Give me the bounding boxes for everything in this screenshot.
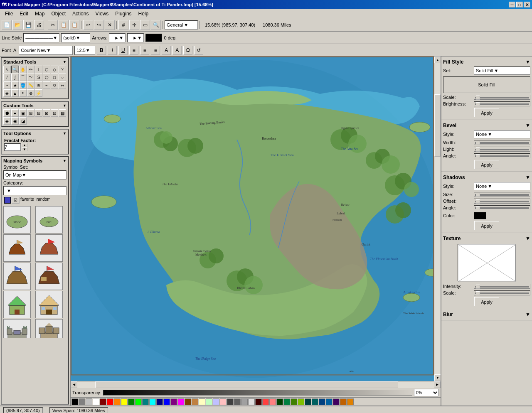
map-container[interactable]: The Sakling Banks Borondrea The Henset S… xyxy=(71,57,441,381)
color-darkgreen[interactable] xyxy=(276,398,283,405)
maximize-button[interactable]: □ xyxy=(516,2,523,7)
undo-button[interactable]: ↩ xyxy=(83,20,93,30)
tool-fill[interactable]: 🪣 xyxy=(19,81,27,89)
color-pink[interactable] xyxy=(269,398,276,405)
fill-apply-button[interactable]: Apply xyxy=(474,108,499,117)
color-midteal[interactable] xyxy=(312,398,318,405)
shadows-arrow[interactable]: ▼ xyxy=(525,175,530,180)
open-button[interactable]: 📂 xyxy=(12,20,22,30)
shadows-style-dropdown[interactable]: None ▼ xyxy=(474,182,530,190)
color-darkgray1[interactable] xyxy=(227,398,234,405)
symbol-set-dropdown[interactable]: On Map ▼ xyxy=(3,170,66,179)
transparency-slider[interactable] xyxy=(103,390,412,396)
menu-views[interactable]: Views xyxy=(92,10,112,17)
close-button[interactable]: ✕ xyxy=(524,2,530,7)
color-darkteal[interactable] xyxy=(305,398,311,405)
text-style-button1[interactable]: A xyxy=(162,46,171,55)
tool-help[interactable]: ? xyxy=(59,66,66,73)
symbol-house2[interactable] xyxy=(35,291,63,318)
color-magenta[interactable] xyxy=(177,398,184,405)
shadows-apply-button[interactable]: Apply xyxy=(474,221,499,230)
vscroll-track[interactable] xyxy=(434,63,441,374)
custom-tool-10[interactable]: ◉ xyxy=(11,117,19,125)
tool-rect[interactable]: □ xyxy=(51,74,58,81)
texture-arrow[interactable]: ▼ xyxy=(525,236,530,241)
text-reset-button[interactable]: ↺ xyxy=(194,46,203,55)
mapping-symbols-collapse[interactable]: ▼ xyxy=(63,159,66,163)
fractal-down[interactable]: ▼ xyxy=(22,147,27,151)
tool-line[interactable]: / xyxy=(3,74,11,81)
custom-tool-1[interactable]: ⬟ xyxy=(3,109,11,117)
standard-tools-collapse[interactable]: ▼ xyxy=(63,60,66,64)
tool-node2[interactable]: ◇ xyxy=(51,66,58,73)
redo-button[interactable]: ↪ xyxy=(94,20,104,30)
hscroll-thumb[interactable] xyxy=(95,381,398,388)
color-red[interactable] xyxy=(107,398,113,405)
texture-scale-thumb[interactable] xyxy=(476,291,480,295)
fill-brightness-thumb[interactable] xyxy=(476,102,480,106)
menu-plugins[interactable]: Plugins xyxy=(112,10,135,17)
cut-button[interactable]: ✂ xyxy=(48,20,58,30)
menu-object[interactable]: Object xyxy=(48,10,69,17)
tool-magnify[interactable]: 🔍 xyxy=(11,66,19,73)
custom-tool-3[interactable]: ▣ xyxy=(19,109,27,117)
color-yellow[interactable] xyxy=(121,398,128,405)
tool-curve[interactable]: ∫ xyxy=(11,74,19,81)
text-style-button2[interactable]: A xyxy=(172,46,182,55)
symbol-castle2[interactable] xyxy=(35,319,63,338)
color-olive[interactable] xyxy=(291,398,297,405)
new-button[interactable]: 📄 xyxy=(2,20,12,30)
map-hscroll[interactable]: ◀ ▶ xyxy=(71,381,441,388)
underline-button[interactable]: U xyxy=(118,46,128,55)
shadows-color-box[interactable] xyxy=(474,212,486,219)
tool-node[interactable]: ⬡ xyxy=(43,66,50,73)
texture-scale-slider[interactable] xyxy=(474,290,530,295)
bevel-light-slider[interactable] xyxy=(474,147,530,152)
symbol-1[interactable]: island xyxy=(3,206,31,234)
color-black[interactable] xyxy=(71,398,78,405)
shadows-size-slider[interactable] xyxy=(474,192,530,197)
align-center-button[interactable]: ≡ xyxy=(140,46,149,55)
tool-fractal[interactable]: ≋ xyxy=(35,81,42,89)
custom-tool-8[interactable]: ▦ xyxy=(59,109,66,117)
bevel-arrow[interactable]: ▼ xyxy=(525,123,530,128)
fill-brightness-slider[interactable] xyxy=(474,101,530,106)
save-button[interactable]: 💾 xyxy=(23,20,33,30)
italic-button[interactable]: I xyxy=(108,46,117,55)
color-white[interactable] xyxy=(93,398,99,405)
fill-scale-slider[interactable] xyxy=(474,95,530,100)
move-button[interactable]: ✛ xyxy=(129,20,139,30)
color-lightred[interactable] xyxy=(220,398,227,405)
minimize-button[interactable]: ─ xyxy=(509,2,515,7)
bevel-light-thumb[interactable] xyxy=(476,148,480,152)
custom-tool-9[interactable]: ◈ xyxy=(3,117,11,125)
custom-tool-11[interactable]: ◪ xyxy=(19,117,27,125)
symbol-galleon1[interactable] xyxy=(3,263,31,290)
color-lightgray[interactable] xyxy=(248,398,255,405)
color-navy[interactable] xyxy=(156,398,163,405)
tool-extra2[interactable]: ⌖ xyxy=(19,89,27,97)
color-steelblue[interactable] xyxy=(319,398,325,405)
zoom-button[interactable]: 🔍 xyxy=(151,20,161,30)
color-emerald[interactable] xyxy=(283,398,290,405)
tool-pan[interactable]: ✋ xyxy=(19,66,27,73)
shadows-size-thumb[interactable] xyxy=(476,193,480,197)
shadows-offset-slider[interactable] xyxy=(474,199,530,204)
select-button[interactable]: ▭ xyxy=(140,20,150,30)
vscroll-thumb[interactable] xyxy=(434,94,441,157)
color-maroon[interactable] xyxy=(100,398,106,405)
hscroll-right[interactable]: ▶ xyxy=(434,381,441,388)
symbol-castle1[interactable] xyxy=(3,319,31,338)
paste-button[interactable]: 📋 xyxy=(69,20,79,30)
texture-intensity-slider[interactable] xyxy=(474,284,530,289)
bold-button[interactable]: B xyxy=(97,46,106,55)
shadows-angle-slider[interactable] xyxy=(474,205,530,210)
custom-tool-2[interactable]: ● xyxy=(11,109,19,117)
color-indigo[interactable] xyxy=(333,398,340,405)
color-chartreuse[interactable] xyxy=(298,398,304,405)
favorite-tab[interactable]: favorite xyxy=(20,197,34,204)
menu-file[interactable]: File xyxy=(2,10,16,17)
bevel-width-slider[interactable] xyxy=(474,140,530,145)
color-lime[interactable] xyxy=(135,398,142,405)
color-brown[interactable] xyxy=(185,398,191,405)
